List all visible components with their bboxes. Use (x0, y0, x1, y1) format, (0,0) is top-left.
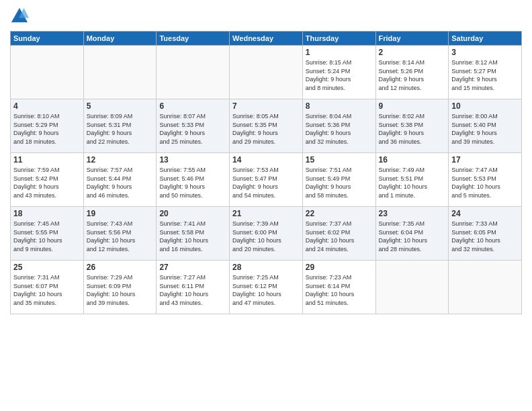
logo-icon (10, 7, 29, 26)
day-number: 13 (159, 155, 226, 165)
day-header-thursday: Thursday (302, 32, 375, 46)
day-number: 17 (451, 155, 519, 165)
cell-info: Sunrise: 8:14 AMSunset: 5:26 PMDaylight:… (379, 58, 446, 92)
day-number: 21 (232, 209, 300, 218)
calendar-cell: 16Sunrise: 7:49 AMSunset: 5:51 PMDayligh… (375, 153, 449, 207)
cell-info: Sunrise: 7:43 AMSunset: 5:56 PMDaylight:… (87, 220, 154, 253)
cell-info: Sunrise: 7:55 AMSunset: 5:46 PMDaylight:… (159, 166, 226, 199)
day-number: 10 (451, 101, 519, 111)
cell-info: Sunrise: 7:29 AMSunset: 6:09 PMDaylight:… (87, 273, 154, 307)
calendar-header: SundayMondayTuesdayWednesdayThursdayFrid… (11, 32, 522, 46)
day-number: 26 (87, 263, 154, 272)
day-number: 22 (306, 209, 373, 218)
day-number: 25 (13, 263, 81, 272)
day-header-saturday: Saturday (449, 32, 522, 46)
day-number: 11 (13, 155, 81, 165)
calendar-cell: 12Sunrise: 7:57 AMSunset: 5:44 PMDayligh… (83, 153, 157, 207)
calendar-cell: 11Sunrise: 7:59 AMSunset: 5:42 PMDayligh… (11, 153, 84, 207)
week-row-5: 25Sunrise: 7:31 AMSunset: 6:07 PMDayligh… (11, 261, 522, 314)
cell-info: Sunrise: 7:39 AMSunset: 6:00 PMDaylight:… (232, 220, 300, 253)
calendar-cell: 28Sunrise: 7:25 AMSunset: 6:12 PMDayligh… (230, 261, 303, 314)
cell-info: Sunrise: 7:37 AMSunset: 6:02 PMDaylight:… (306, 220, 373, 253)
cell-info: Sunrise: 8:15 AMSunset: 5:24 PMDaylight:… (306, 58, 373, 92)
cell-info: Sunrise: 7:59 AMSunset: 5:42 PMDaylight:… (13, 166, 81, 199)
calendar-cell: 25Sunrise: 7:31 AMSunset: 6:07 PMDayligh… (11, 261, 84, 314)
day-number: 9 (379, 101, 446, 111)
cell-info: Sunrise: 7:45 AMSunset: 5:55 PMDaylight:… (13, 220, 81, 253)
calendar-cell (11, 46, 84, 99)
day-number: 24 (451, 209, 519, 218)
day-number: 2 (379, 48, 446, 57)
cell-info: Sunrise: 7:25 AMSunset: 6:12 PMDaylight:… (232, 273, 300, 307)
calendar-cell: 8Sunrise: 8:04 AMSunset: 5:36 PMDaylight… (302, 99, 375, 153)
day-number: 20 (159, 209, 226, 218)
day-number: 16 (379, 155, 446, 165)
calendar-cell: 1Sunrise: 8:15 AMSunset: 5:24 PMDaylight… (302, 46, 375, 99)
calendar-cell: 17Sunrise: 7:47 AMSunset: 5:53 PMDayligh… (449, 153, 522, 207)
calendar-cell: 3Sunrise: 8:12 AMSunset: 5:27 PMDaylight… (449, 46, 522, 99)
day-number: 12 (87, 155, 154, 165)
calendar-cell: 10Sunrise: 8:00 AMSunset: 5:40 PMDayligh… (449, 99, 522, 153)
calendar-cell (157, 46, 230, 99)
cell-info: Sunrise: 7:57 AMSunset: 5:44 PMDaylight:… (87, 166, 154, 199)
day-headers-row: SundayMondayTuesdayWednesdayThursdayFrid… (11, 32, 522, 46)
calendar-cell: 29Sunrise: 7:23 AMSunset: 6:14 PMDayligh… (302, 261, 375, 314)
day-number: 15 (306, 155, 373, 165)
cell-info: Sunrise: 7:53 AMSunset: 5:47 PMDaylight:… (232, 166, 300, 199)
calendar-cell: 18Sunrise: 7:45 AMSunset: 5:55 PMDayligh… (11, 207, 84, 261)
day-number: 18 (13, 209, 81, 218)
cell-info: Sunrise: 7:47 AMSunset: 5:53 PMDaylight:… (451, 166, 519, 199)
calendar-cell: 21Sunrise: 7:39 AMSunset: 6:00 PMDayligh… (230, 207, 303, 261)
day-number: 23 (379, 209, 446, 218)
calendar-cell: 24Sunrise: 7:33 AMSunset: 6:05 PMDayligh… (449, 207, 522, 261)
calendar-cell: 4Sunrise: 8:10 AMSunset: 5:29 PMDaylight… (11, 99, 84, 153)
day-number: 4 (13, 101, 81, 111)
cell-info: Sunrise: 8:02 AMSunset: 5:38 PMDaylight:… (379, 112, 446, 146)
cell-info: Sunrise: 7:27 AMSunset: 6:11 PMDaylight:… (159, 273, 226, 307)
day-header-friday: Friday (375, 32, 449, 46)
day-header-wednesday: Wednesday (230, 32, 303, 46)
calendar-cell: 26Sunrise: 7:29 AMSunset: 6:09 PMDayligh… (83, 261, 157, 314)
day-header-sunday: Sunday (11, 32, 84, 46)
page: SundayMondayTuesdayWednesdayThursdayFrid… (0, 0, 532, 411)
calendar-cell: 5Sunrise: 8:09 AMSunset: 5:31 PMDaylight… (83, 99, 157, 153)
cell-info: Sunrise: 8:00 AMSunset: 5:40 PMDaylight:… (451, 112, 519, 146)
calendar-cell: 19Sunrise: 7:43 AMSunset: 5:56 PMDayligh… (83, 207, 157, 261)
day-number: 19 (87, 209, 154, 218)
cell-info: Sunrise: 7:35 AMSunset: 6:04 PMDaylight:… (379, 220, 446, 253)
calendar-cell: 20Sunrise: 7:41 AMSunset: 5:58 PMDayligh… (157, 207, 230, 261)
day-number: 28 (232, 263, 300, 272)
logo (10, 7, 32, 26)
cell-info: Sunrise: 7:31 AMSunset: 6:07 PMDaylight:… (13, 273, 81, 307)
day-number: 7 (232, 101, 300, 111)
calendar-cell (83, 46, 157, 99)
day-number: 27 (159, 263, 226, 272)
cell-info: Sunrise: 7:51 AMSunset: 5:49 PMDaylight:… (306, 166, 373, 199)
day-number: 3 (451, 48, 519, 57)
day-header-monday: Monday (83, 32, 157, 46)
cell-info: Sunrise: 7:41 AMSunset: 5:58 PMDaylight:… (159, 220, 226, 253)
calendar-cell: 2Sunrise: 8:14 AMSunset: 5:26 PMDaylight… (375, 46, 449, 99)
day-number: 29 (306, 263, 373, 272)
cell-info: Sunrise: 8:09 AMSunset: 5:31 PMDaylight:… (87, 112, 154, 146)
cell-info: Sunrise: 8:07 AMSunset: 5:33 PMDaylight:… (159, 112, 226, 146)
calendar-table: SundayMondayTuesdayWednesdayThursdayFrid… (10, 31, 522, 314)
calendar-cell: 22Sunrise: 7:37 AMSunset: 6:02 PMDayligh… (302, 207, 375, 261)
week-row-2: 4Sunrise: 8:10 AMSunset: 5:29 PMDaylight… (11, 99, 522, 153)
calendar-body: 1Sunrise: 8:15 AMSunset: 5:24 PMDaylight… (11, 46, 522, 314)
calendar-cell (449, 261, 522, 314)
cell-info: Sunrise: 8:04 AMSunset: 5:36 PMDaylight:… (306, 112, 373, 146)
week-row-4: 18Sunrise: 7:45 AMSunset: 5:55 PMDayligh… (11, 207, 522, 261)
calendar-cell (375, 261, 449, 314)
calendar-cell: 9Sunrise: 8:02 AMSunset: 5:38 PMDaylight… (375, 99, 449, 153)
day-number: 5 (87, 101, 154, 111)
header (10, 7, 522, 26)
cell-info: Sunrise: 8:05 AMSunset: 5:35 PMDaylight:… (232, 112, 300, 146)
calendar-cell (230, 46, 303, 99)
cell-info: Sunrise: 7:33 AMSunset: 6:05 PMDaylight:… (451, 220, 519, 253)
week-row-3: 11Sunrise: 7:59 AMSunset: 5:42 PMDayligh… (11, 153, 522, 207)
calendar-cell: 6Sunrise: 8:07 AMSunset: 5:33 PMDaylight… (157, 99, 230, 153)
cell-info: Sunrise: 7:49 AMSunset: 5:51 PMDaylight:… (379, 166, 446, 199)
calendar-cell: 14Sunrise: 7:53 AMSunset: 5:47 PMDayligh… (230, 153, 303, 207)
day-number: 1 (306, 48, 373, 57)
